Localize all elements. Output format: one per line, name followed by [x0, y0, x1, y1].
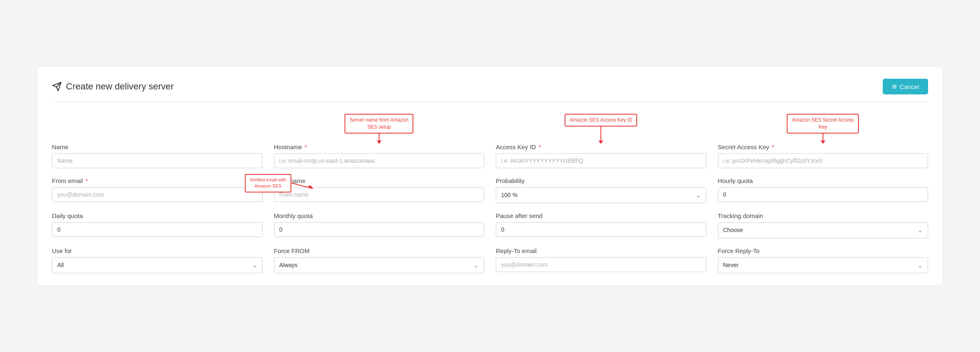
- hourly-quota-input[interactable]: [718, 187, 928, 202]
- force-from-chevron-icon: ⌄: [474, 261, 479, 269]
- force-reply-to-label: Force Reply-To: [718, 247, 928, 254]
- from-email-group: From email * Verified email with Amazon …: [52, 177, 263, 203]
- access-key-required: *: [539, 143, 541, 150]
- probability-group: Probability 100 % ⌄: [496, 177, 706, 203]
- monthly-quota-label: Monthly quota: [274, 212, 485, 219]
- access-key-arrow: [600, 127, 601, 141]
- pause-after-send-label: Pause after send: [496, 212, 706, 219]
- hostname-required: *: [305, 143, 307, 150]
- hourly-quota-group: Hourly quota: [718, 177, 928, 203]
- daily-quota-label: Daily quota: [52, 212, 263, 219]
- force-from-label: Force FROM: [274, 247, 485, 254]
- monthly-quota-input[interactable]: [274, 222, 485, 237]
- use-for-chevron-icon: ⌄: [252, 261, 257, 269]
- cancel-icon: ⊗: [892, 83, 897, 90]
- reply-to-email-label: Reply-To email: [496, 247, 706, 254]
- access-key-label: Access Key ID *: [496, 143, 706, 150]
- secret-key-input[interactable]: [718, 153, 928, 168]
- use-for-select[interactable]: All ⌄: [52, 257, 263, 273]
- secret-key-required: *: [772, 143, 774, 150]
- name-input[interactable]: [52, 153, 263, 168]
- ann-cell-secret-key: Amazon SES Secret Access Key: [718, 114, 928, 141]
- tracking-domain-group: Tracking domain Choose ⌄: [718, 212, 928, 238]
- annotations-row: Server name from Amazon SES setup Amazon…: [52, 114, 928, 141]
- send-icon: [52, 82, 62, 92]
- access-key-group: Access Key ID *: [496, 143, 706, 168]
- hostname-arrow: [379, 134, 380, 141]
- from-email-label: From email *: [52, 177, 263, 184]
- daily-quota-group: Daily quota: [52, 212, 263, 238]
- reply-to-email-input[interactable]: [496, 257, 706, 272]
- from-email-annotation: Verified email with Amazon SES: [245, 174, 291, 192]
- form-grid: Name Hostname * Access Key ID * Secret A…: [52, 143, 928, 273]
- card-header: Create new delivery server ⊗ Cancel: [52, 79, 928, 102]
- probability-chevron-icon: ⌄: [696, 191, 701, 199]
- reply-to-email-group: Reply-To email: [496, 247, 706, 273]
- from-email-required: *: [85, 177, 88, 184]
- ann-cell-hostname: Server name from Amazon SES setup: [274, 114, 485, 141]
- force-reply-to-group: Force Reply-To Never ⌄: [718, 247, 928, 273]
- force-reply-to-select[interactable]: Never ⌄: [718, 257, 928, 273]
- access-key-annotation: Amazon SES Access Key ID: [565, 114, 637, 127]
- probability-select[interactable]: 100 % ⌄: [496, 187, 706, 203]
- hostname-input[interactable]: [274, 153, 485, 168]
- ann-cell-access-key: Amazon SES Access Key ID: [496, 114, 706, 141]
- name-label: Name: [52, 143, 263, 150]
- svg-line-2: [291, 183, 312, 188]
- pause-after-send-input[interactable]: [496, 222, 706, 237]
- hourly-quota-label: Hourly quota: [718, 177, 928, 184]
- use-for-label: Use for: [52, 247, 263, 254]
- daily-quota-input[interactable]: [52, 222, 263, 237]
- cancel-button[interactable]: ⊗ Cancel: [883, 79, 928, 94]
- secret-key-arrow: [823, 134, 823, 141]
- monthly-quota-group: Monthly quota: [274, 212, 485, 238]
- probability-label: Probability: [496, 177, 706, 184]
- hostname-label: Hostname *: [274, 143, 485, 150]
- hostname-annotation: Server name from Amazon SES setup: [345, 114, 413, 134]
- create-delivery-server-card: Create new delivery server ⊗ Cancel Serv…: [37, 66, 943, 286]
- from-email-arrow: [291, 177, 312, 189]
- secret-key-label: Secret Access Key *: [718, 143, 928, 150]
- secret-key-annotation: Amazon SES Secret Access Key: [787, 114, 859, 134]
- access-key-input[interactable]: [496, 153, 706, 168]
- page-title: Create new delivery server: [52, 81, 174, 92]
- force-reply-to-chevron-icon: ⌄: [917, 261, 923, 269]
- use-for-group: Use for All ⌄: [52, 247, 263, 273]
- tracking-domain-select[interactable]: Choose ⌄: [718, 222, 928, 238]
- name-group: Name: [52, 143, 263, 168]
- tracking-domain-chevron-icon: ⌄: [917, 226, 923, 234]
- pause-after-send-group: Pause after send: [496, 212, 706, 238]
- force-from-group: Force FROM Always ⌄: [274, 247, 485, 273]
- from-email-input[interactable]: [52, 187, 263, 202]
- hostname-group: Hostname *: [274, 143, 485, 168]
- force-from-select[interactable]: Always ⌄: [274, 257, 485, 273]
- tracking-domain-label: Tracking domain: [718, 212, 928, 219]
- secret-access-key-group: Secret Access Key *: [718, 143, 928, 168]
